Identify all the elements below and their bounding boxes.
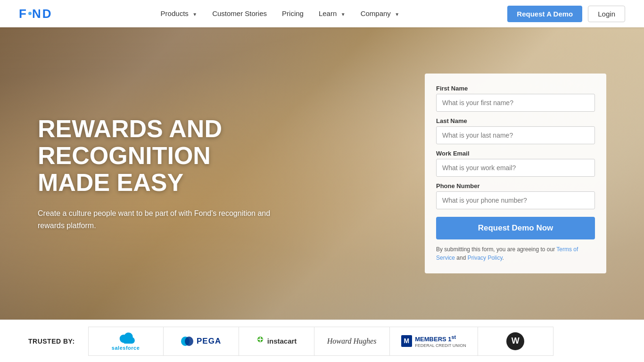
hero-content: REWARDS AND RECOGNITION MADE EASY Create… [0, 74, 644, 273]
login-button[interactable]: Login [588, 6, 625, 22]
wyndham-w: W [512, 336, 520, 346]
howard-hughes-logo-item: Howard Hughes [314, 327, 390, 356]
pega-icon [181, 336, 194, 346]
members-1st-text-block: MEMBERS 1st FEDERAL CREDIT UNION [415, 334, 466, 348]
salesforce-cloud-icon [116, 332, 136, 345]
fond-logo[interactable]: FND [19, 7, 52, 21]
work-email-group: Work Email [436, 150, 595, 177]
instacart-logo: instacart [256, 336, 297, 346]
products-dropdown-icon: ▼ [192, 12, 197, 17]
members-1st-top: MEMBERS 1st [415, 334, 466, 343]
trusted-by-bar: TRUSTED BY: salesforce PEGA [0, 320, 644, 362]
company-nav-item[interactable]: Company ▼ [361, 9, 400, 18]
products-link[interactable]: Products [161, 9, 189, 17]
trusted-logos-container: salesforce PEGA instacart [88, 327, 616, 356]
learn-dropdown-icon: ▼ [341, 12, 346, 17]
members-m: M [404, 337, 410, 345]
members-1st-sub: FEDERAL CREDIT UNION [415, 343, 466, 348]
instacart-icon [256, 336, 264, 346]
wyndham-logo-item: W [478, 327, 553, 356]
work-email-label: Work Email [436, 150, 595, 157]
form-disclaimer: By submitting this form, you are agreein… [436, 245, 595, 262]
terms-link[interactable]: Terms of Service [436, 246, 578, 261]
first-name-group: First Name [436, 85, 595, 112]
instacart-logo-item: instacart [239, 327, 314, 356]
hero-subtext: Create a culture people want to be part … [38, 207, 283, 231]
privacy-link[interactable]: Privacy Policy [468, 255, 503, 261]
customer-stories-nav-item[interactable]: Customer Stories [212, 9, 267, 18]
navbar: FND Products ▼ Customer Stories Pricing … [0, 0, 644, 27]
phone-number-label: Phone Number [436, 182, 595, 189]
trusted-by-label: TRUSTED BY: [28, 337, 75, 345]
svg-point-1 [185, 337, 193, 346]
members-1st-logo: M MEMBERS 1st FEDERAL CREDIT UNION [401, 334, 466, 348]
members-1st-box: M [401, 335, 413, 347]
learn-link[interactable]: Learn [319, 9, 337, 17]
work-email-input[interactable] [436, 159, 595, 177]
last-name-input[interactable] [436, 126, 595, 144]
customer-stories-link[interactable]: Customer Stories [212, 9, 267, 17]
hero-headline: REWARDS AND RECOGNITION MADE EASY [38, 115, 283, 197]
submit-demo-button[interactable]: Request Demo Now [436, 217, 595, 239]
last-name-label: Last Name [436, 117, 595, 124]
members-1st-logo-item: M MEMBERS 1st FEDERAL CREDIT UNION [390, 327, 478, 356]
hero-text-block: REWARDS AND RECOGNITION MADE EASY Create… [38, 115, 283, 232]
pega-text: PEGA [197, 337, 221, 346]
phone-number-group: Phone Number [436, 182, 595, 209]
products-nav-item[interactable]: Products ▼ [161, 9, 198, 18]
demo-request-form: First Name Last Name Work Email Phone Nu… [425, 74, 606, 273]
pega-logo-item: PEGA [164, 327, 239, 356]
nav-links: Products ▼ Customer Stories Pricing Lear… [161, 9, 400, 18]
company-link[interactable]: Company [361, 9, 391, 17]
instacart-text: instacart [267, 337, 297, 345]
last-name-group: Last Name [436, 117, 595, 144]
pega-logo: PEGA [181, 336, 221, 346]
navbar-actions: Request A Demo Login [507, 6, 625, 22]
pricing-nav-item[interactable]: Pricing [282, 9, 304, 18]
wyndham-logo: W [506, 332, 524, 350]
pricing-link[interactable]: Pricing [282, 9, 304, 17]
request-demo-button[interactable]: Request A Demo [507, 6, 582, 22]
phone-number-input[interactable] [436, 191, 595, 209]
salesforce-logo: salesforce [88, 327, 164, 356]
first-name-input[interactable] [436, 94, 595, 112]
howard-hughes-text: Howard Hughes [327, 337, 377, 346]
salesforce-text: salesforce [112, 345, 140, 351]
learn-nav-item[interactable]: Learn ▼ [319, 9, 346, 18]
company-dropdown-icon: ▼ [395, 12, 399, 17]
first-name-label: First Name [436, 85, 595, 92]
hero-section: REWARDS AND RECOGNITION MADE EASY Create… [0, 27, 644, 320]
